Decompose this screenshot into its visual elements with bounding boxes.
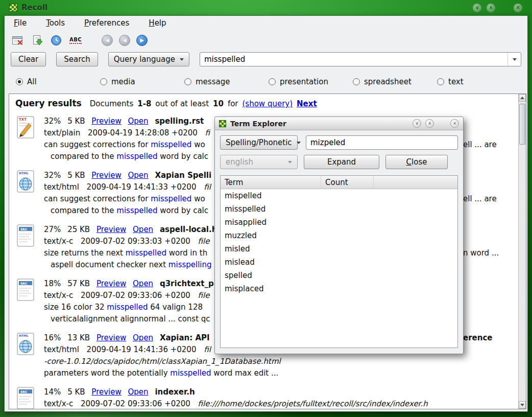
query-input[interactable]	[200, 55, 507, 64]
term-row[interactable]: misapplied	[221, 216, 457, 229]
clear-search-icon[interactable]	[11, 34, 24, 47]
previous-page-icon[interactable]: ◀	[119, 35, 130, 46]
filter-label: media	[111, 77, 135, 86]
clear-button[interactable]: Clear	[11, 52, 46, 66]
dialog-shade-button[interactable]: ∨	[413, 119, 421, 128]
scroll-up-button[interactable]	[519, 94, 526, 102]
dialog-titlebar[interactable]: Term Explorer ∨ ∧ ×	[215, 117, 463, 130]
expand-button[interactable]: Expand	[304, 155, 379, 169]
doc-url: file:///home/dockes/projets/fulltext/rec…	[198, 399, 428, 408]
filter-option-spreadsheet[interactable]: spreadsheet	[353, 77, 437, 86]
menu-bar: File Tools Preferences Help	[5, 16, 527, 30]
filter-option-message[interactable]: message	[184, 77, 269, 86]
show-query-link[interactable]: (show query)	[243, 99, 293, 108]
shade-button[interactable]: ∨	[472, 3, 482, 13]
term-results-table: Term Count mispelled misspelled misappli…	[220, 175, 458, 348]
term-explorer-glyph: ABC	[69, 37, 82, 44]
preview-link[interactable]: Preview	[91, 387, 121, 397]
scrollbar-thumb[interactable]	[519, 104, 525, 145]
search-button[interactable]: Search	[56, 52, 98, 66]
open-link[interactable]: Open	[133, 225, 153, 234]
language-dropdown[interactable]: english	[220, 155, 298, 169]
text-file-icon: TXT	[15, 115, 38, 163]
filter-option-all[interactable]: All	[16, 77, 100, 86]
window-titlebar[interactable]: Recoll ∨ ∧ ×	[4, 0, 528, 15]
html-file-icon: HTML	[15, 332, 38, 379]
preview-link[interactable]: Preview	[91, 171, 121, 180]
dialog-unshade-button[interactable]: ∧	[425, 119, 434, 128]
term-explorer-icon[interactable]: ABC	[69, 34, 82, 47]
svg-text:TXT: TXT	[19, 118, 27, 122]
desktop-background: Recoll ∨ ∧ × File Tools Preferences Help	[0, 0, 532, 417]
open-link[interactable]: Open	[128, 171, 149, 180]
menu-help[interactable]: Help	[147, 17, 168, 29]
update-index-icon[interactable]	[30, 34, 43, 47]
result-meta: text/x-c 2009-07-02 09:33:06 +0200 file:…	[44, 398, 518, 409]
file-size: 5 KB	[67, 387, 85, 397]
open-link[interactable]: Open	[133, 279, 153, 288]
open-link[interactable]: Open	[128, 387, 149, 397]
preview-link[interactable]: Preview	[96, 333, 126, 342]
dialog-title: Term Explorer	[230, 120, 408, 128]
column-header-count[interactable]: Count	[321, 176, 374, 189]
menu-tools[interactable]: Tools	[44, 17, 67, 29]
dialog-close-button[interactable]: ×	[450, 119, 459, 128]
matched-term: misspelling	[168, 260, 212, 269]
term-row[interactable]: muzzled	[221, 229, 457, 242]
term-row[interactable]: misplaced	[221, 282, 457, 295]
filter-label: message	[196, 77, 230, 86]
unshade-button[interactable]: ∧	[486, 3, 496, 13]
term-row[interactable]: mislead	[221, 256, 457, 269]
recoll-app-icon	[219, 120, 226, 127]
doc-date: 2009-04-19 14:41:33 +0200	[87, 182, 197, 192]
close-button[interactable]: Close	[385, 155, 448, 169]
term-row[interactable]: spelled	[221, 269, 457, 282]
svg-text:HTML: HTML	[19, 334, 29, 337]
open-link[interactable]: Open	[133, 333, 153, 342]
close-window-button[interactable]: ×	[513, 3, 523, 13]
results-range: 1-8	[137, 99, 151, 108]
arrow-down-icon	[520, 404, 524, 406]
term-row[interactable]: misled	[221, 242, 457, 256]
preview-link[interactable]: Preview	[96, 279, 126, 288]
filter-option-media[interactable]: media	[100, 77, 184, 86]
term-row[interactable]: mispelled	[221, 189, 457, 202]
term-input[interactable]	[306, 135, 458, 150]
file-size: 5 KB	[67, 171, 85, 180]
menu-file[interactable]: File	[12, 17, 29, 29]
result-title: aspell-local.h	[160, 225, 217, 234]
menu-preferences[interactable]: Preferences	[82, 17, 131, 29]
filter-label: All	[27, 77, 37, 86]
query-history-glyph	[50, 34, 62, 47]
first-page-icon[interactable]: ◀	[102, 35, 113, 46]
preview-link[interactable]: Preview	[96, 225, 126, 234]
expansion-mode-dropdown[interactable]: Spelling/Phonetic	[220, 135, 298, 150]
chevron-down-icon	[288, 161, 292, 164]
preview-link[interactable]: Preview	[91, 117, 121, 126]
scroll-down-button[interactable]	[519, 401, 526, 409]
filter-option-presentation[interactable]: presentation	[269, 77, 353, 86]
next-results-link[interactable]: Next	[297, 99, 317, 108]
open-link[interactable]: Open	[128, 117, 149, 126]
matched-term: misspelled	[170, 368, 211, 378]
query-combobox	[200, 52, 521, 66]
doc-date: 2009-07-02 09:33:03 +0200	[81, 237, 190, 246]
html-file-icon: HTML	[15, 170, 38, 217]
source-file-icon: SRC	[15, 386, 38, 409]
next-page-icon[interactable]: ▶	[136, 35, 148, 46]
update-index-glyph	[31, 34, 43, 47]
results-scrollbar[interactable]	[518, 94, 526, 409]
query-history-icon[interactable]	[50, 34, 63, 47]
doc-url-wrap: -core-1.0.12/docs/apidoc/html/classXapia…	[44, 356, 518, 367]
query-language-dropdown[interactable]: Query language	[108, 52, 189, 66]
mime-type: text/x-c	[44, 399, 73, 408]
doc-url: file	[198, 237, 210, 246]
column-header-term[interactable]: Term	[221, 176, 321, 189]
term-row[interactable]: misspelled	[221, 202, 457, 216]
tool-bar: ABC ◀ ◀ ▶	[5, 31, 527, 50]
radio-icon	[184, 78, 191, 85]
query-combobox-arrow[interactable]	[507, 53, 521, 66]
window-title: Recoll	[21, 3, 47, 12]
filter-option-text[interactable]: text	[437, 77, 521, 86]
svg-text:SRC: SRC	[20, 282, 28, 285]
